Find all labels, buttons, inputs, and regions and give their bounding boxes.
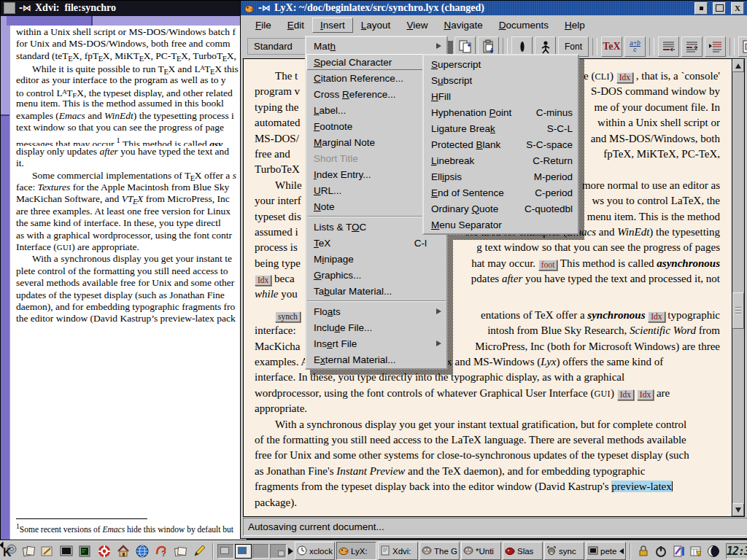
- pager-desktop-3[interactable]: [252, 544, 269, 559]
- math-fraction-icon: a+bc: [630, 40, 640, 52]
- scroll-down-button[interactable]: [732, 503, 744, 516]
- menu-item-end-of-sentence[interactable]: End of SentenceC-period: [424, 184, 578, 201]
- menu-item-external-material[interactable]: External Material...: [306, 351, 446, 368]
- menubar-item-layout[interactable]: Layout: [353, 18, 399, 33]
- menu-item-floats[interactable]: Floats: [306, 303, 446, 319]
- document-line: package).: [255, 495, 720, 510]
- menu-item-linebreak[interactable]: LinebreakC-Return: [424, 152, 578, 168]
- menu-item-menu-separator[interactable]: Menu Separator: [424, 217, 578, 233]
- task-scroll-right[interactable]: [288, 543, 293, 559]
- launcher-mail[interactable]: [171, 542, 190, 560]
- task-the-g[interactable]: The G: [419, 542, 460, 560]
- sticky-pin-icon[interactable]: -⋈: [19, 3, 31, 13]
- maximize-button[interactable]: [713, 2, 726, 15]
- menu-item-hyphenation-point[interactable]: Hyphenation PointC-minus: [424, 104, 578, 120]
- pager-desktop-4[interactable]: [270, 544, 287, 559]
- menu-item-graphics[interactable]: Graphics...: [306, 267, 446, 283]
- task-pete[interactable]: pete: [586, 542, 626, 560]
- task-lyx[interactable]: LyX:: [336, 542, 376, 560]
- pager-desktop-2[interactable]: [235, 544, 252, 559]
- terminal-icon: [78, 544, 93, 559]
- figure-button[interactable]: [738, 36, 747, 57]
- clock-icon: [297, 545, 308, 556]
- sticky-pin-icon[interactable]: -⋈: [258, 3, 271, 13]
- tray-organizer[interactable]: [687, 543, 705, 559]
- menu-item-protected-blank[interactable]: Protected BlankS-C-space: [424, 136, 578, 152]
- scroll-left-icon: [619, 548, 624, 554]
- launcher-desktop[interactable]: [38, 542, 57, 560]
- taskbar: K ? xclockLyX:Xdvi:The G*UntiSlassyncpet…: [0, 540, 747, 560]
- menubar-item-help[interactable]: Help: [557, 18, 593, 33]
- tex-mode-button[interactable]: TeX: [601, 36, 622, 57]
- desktop-icon: [40, 544, 55, 559]
- menu-item-ellipsis[interactable]: EllipsisM-period: [424, 168, 578, 184]
- copy-icon: [458, 39, 473, 54]
- menu-shortcut: C-l: [414, 238, 427, 249]
- tray-lock[interactable]: [635, 543, 652, 559]
- xdvi-horizontal-scrollbar[interactable]: [1, 15, 247, 26]
- footnote-rule: [16, 518, 147, 519]
- launcher-window-list[interactable]: [19, 542, 38, 560]
- menu-item-subscript[interactable]: Subscript: [424, 72, 578, 88]
- dvi-line: examples (Emacs and WinEdt) the typesett…: [16, 110, 247, 122]
- launcher-home[interactable]: [114, 542, 133, 560]
- menubar-item-file[interactable]: File: [247, 18, 279, 33]
- menu-item-tex[interactable]: TeXC-l: [306, 235, 446, 251]
- math-mode-button[interactable]: a+bc: [624, 36, 646, 57]
- menu-item-math[interactable]: Math: [306, 38, 446, 54]
- dvi-preview-page[interactable]: within a Unix shell script or MS-DOS/Win…: [10, 26, 247, 540]
- tray-power[interactable]: [652, 543, 670, 559]
- xdvi-vertical-scrollbar[interactable]: [1, 26, 11, 540]
- home-icon: [116, 544, 131, 559]
- depth-next-button[interactable]: [705, 36, 726, 57]
- menubar-item-documents[interactable]: Documents: [491, 18, 557, 33]
- pager-window: [278, 551, 285, 556]
- launcher-web-browser[interactable]: [133, 542, 152, 560]
- scroll-up-button[interactable]: [732, 59, 744, 72]
- document-line: appropriate.: [255, 401, 720, 416]
- lyx-titlebar[interactable]: -⋈ LyX: ~/doc/beginlatex/src/synchro.lyx…: [241, 1, 747, 15]
- scrollbar-thumb[interactable]: [732, 292, 744, 329]
- xdvi-titlebar[interactable]: -⋈ Xdvi: file:synchro: [1, 1, 247, 15]
- k-menu-button[interactable]: K: [1, 542, 18, 560]
- menubar-item-view[interactable]: View: [398, 18, 436, 33]
- depth-add-button[interactable]: [658, 36, 679, 57]
- menu-item-hfill[interactable]: HFill: [424, 88, 578, 104]
- menu-item-ligature-break[interactable]: Ligature BreakS-C-L: [424, 120, 578, 136]
- launcher-console[interactable]: [57, 542, 76, 560]
- document-scrollbar[interactable]: [732, 59, 744, 516]
- menu-item-superscript[interactable]: Superscript: [424, 56, 578, 72]
- menu-item-include-file[interactable]: Include File...: [306, 319, 446, 335]
- task-xclock[interactable]: xclock: [295, 542, 335, 560]
- menu-item-minipage[interactable]: Minipage: [306, 251, 446, 267]
- depth-less-button[interactable]: [681, 36, 703, 57]
- task-unti[interactable]: *Unti: [461, 542, 501, 560]
- task-slas[interactable]: Slas: [503, 542, 543, 560]
- menubar-item-edit[interactable]: Edit: [279, 18, 312, 33]
- menu-item-insert-file[interactable]: Insert File: [306, 335, 446, 351]
- dvi-line: editor as your interface to the program …: [16, 74, 247, 86]
- down-arrow-icon: [735, 508, 741, 513]
- console-icon: [59, 544, 74, 559]
- launcher-help[interactable]: [95, 542, 114, 560]
- tips-icon: ?: [154, 544, 169, 559]
- menubar-item-navigate[interactable]: Navigate: [436, 18, 490, 33]
- launcher-terminal[interactable]: [76, 542, 95, 560]
- task-sync[interactable]: sync: [544, 542, 584, 560]
- taskbar-clock[interactable]: 12:31: [726, 543, 747, 559]
- toolbar-separator: [729, 38, 735, 55]
- minimize-button[interactable]: [694, 2, 708, 15]
- launcher-text-editor[interactable]: [190, 542, 209, 560]
- xdvi-hscroll-thumb[interactable]: [7, 16, 93, 26]
- launcher-tips[interactable]: ?: [152, 542, 171, 560]
- task-xdvi[interactable]: Xdvi:: [378, 542, 418, 560]
- menu-item-ordinary-quote[interactable]: Ordinary QuoteC-quotedbl: [424, 201, 578, 217]
- menu-item-tabular-material[interactable]: Tabular Material...: [306, 283, 446, 299]
- pager-desktop-1[interactable]: [217, 544, 234, 559]
- xdvi-vscroll-thumb[interactable]: [1, 114, 9, 540]
- dvi-line: While it is quite possible to run TEX an…: [16, 62, 247, 74]
- close-button[interactable]: X: [731, 2, 744, 15]
- tray-moon[interactable]: [705, 543, 722, 559]
- tray-klipper[interactable]: [670, 543, 687, 559]
- menubar-item-insert[interactable]: Insert: [312, 18, 353, 33]
